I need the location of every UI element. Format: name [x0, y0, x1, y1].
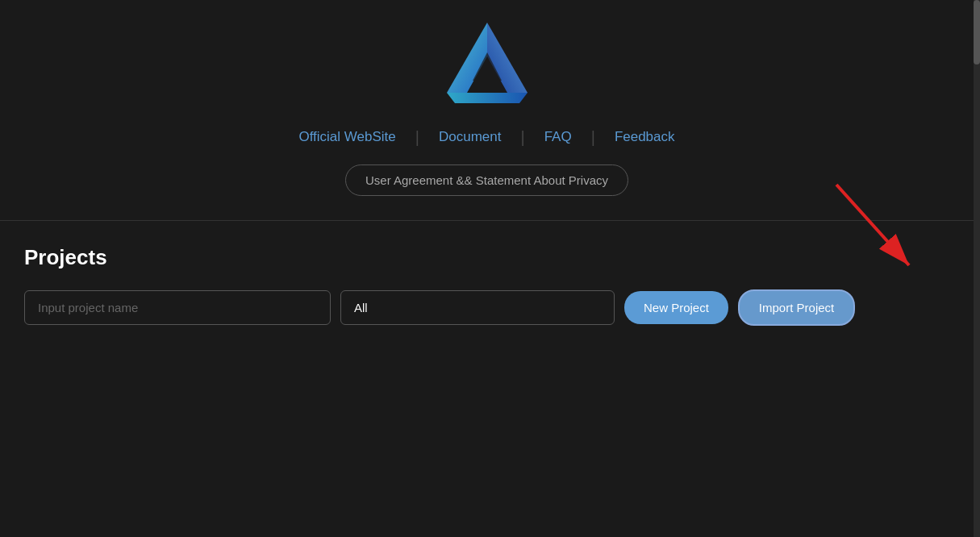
nav-faq[interactable]: FAQ: [525, 129, 591, 145]
nav-official-website[interactable]: Official WebSite: [279, 129, 415, 145]
import-project-button[interactable]: Import Project: [738, 289, 855, 326]
projects-section: Projects All New Project Import Project: [0, 245, 974, 326]
projects-toolbar: All New Project Import Project: [24, 289, 949, 326]
new-project-button[interactable]: New Project: [624, 291, 728, 324]
toolbar-wrapper: All New Project Import Project: [24, 289, 949, 326]
section-divider: [0, 220, 974, 221]
nav-links: Official WebSite | Document | FAQ | Feed…: [279, 129, 694, 145]
projects-title: Projects: [24, 245, 949, 270]
search-input[interactable]: [24, 290, 331, 325]
app-logo: [431, 16, 544, 113]
nav-document[interactable]: Document: [419, 129, 520, 145]
filter-select[interactable]: All: [340, 290, 615, 325]
nav-feedback[interactable]: Feedback: [595, 129, 694, 145]
privacy-button[interactable]: User Agreement && Statement About Privac…: [345, 164, 628, 196]
logo-section: [431, 0, 544, 113]
